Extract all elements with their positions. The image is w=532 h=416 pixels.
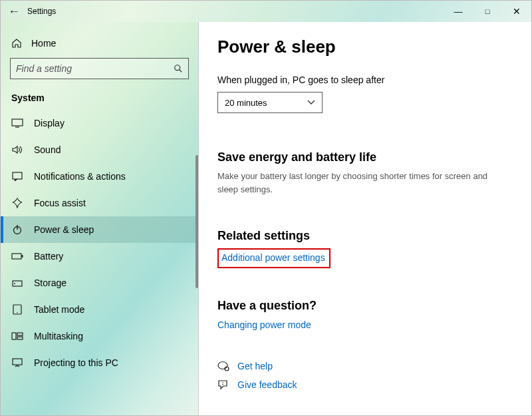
- nav-list: Display Sound Notifications & actions Fo…: [1, 110, 198, 415]
- svg-point-10: [14, 283, 15, 284]
- sidebar: Home System Display Sound: [1, 22, 199, 415]
- nav-multitasking[interactable]: Multitasking: [1, 323, 198, 349]
- svg-rect-8: [22, 255, 23, 258]
- svg-point-12: [17, 312, 18, 313]
- multitask-icon: [11, 332, 23, 340]
- svg-point-0: [175, 65, 180, 71]
- nav-sound[interactable]: Sound: [1, 136, 198, 163]
- related-heading: Related settings: [217, 229, 515, 243]
- nav-label: Storage: [34, 278, 66, 288]
- nav-label: Battery: [34, 251, 63, 262]
- save-energy-desc: Make your battery last longer by choosin…: [217, 170, 503, 196]
- feedback-icon: [217, 379, 229, 390]
- main-content: Power & sleep When plugged in, PC goes t…: [199, 22, 531, 415]
- section-system: System: [1, 87, 198, 110]
- notifications-icon: [11, 172, 23, 181]
- nav-focus-assist[interactable]: Focus assist: [1, 190, 198, 216]
- maximize-button[interactable]: □: [473, 1, 502, 22]
- storage-icon: [11, 278, 23, 288]
- get-help-row: Get help: [217, 357, 515, 375]
- display-icon: [11, 118, 23, 128]
- nav-label: Projecting to this PC: [34, 357, 118, 368]
- save-energy-heading: Save energy and battery life: [217, 150, 515, 164]
- battery-icon: [11, 252, 23, 260]
- svg-line-1: [180, 70, 182, 73]
- svg-rect-16: [13, 359, 22, 365]
- changing-power-mode-link[interactable]: Changing power mode: [217, 319, 515, 330]
- nav-notifications[interactable]: Notifications & actions: [1, 163, 198, 190]
- chevron-down-icon: [307, 100, 315, 105]
- nav-label: Display: [34, 118, 65, 128]
- home-label: Home: [31, 38, 56, 49]
- nav-power-sleep[interactable]: Power & sleep: [1, 216, 198, 243]
- page-title: Power & sleep: [217, 37, 515, 57]
- svg-rect-15: [17, 337, 23, 339]
- home-nav[interactable]: Home: [10, 34, 189, 58]
- search-input[interactable]: [16, 63, 174, 74]
- nav-label: Tablet mode: [34, 304, 84, 315]
- nav-label: Notifications & actions: [34, 171, 126, 182]
- sidebar-scrollbar[interactable]: [196, 155, 198, 288]
- power-icon: [11, 224, 23, 235]
- sleep-timeout-select[interactable]: 20 minutes: [217, 92, 323, 113]
- close-button[interactable]: ✕: [502, 1, 531, 22]
- nav-projecting[interactable]: Projecting to this PC: [1, 349, 198, 376]
- search-icon: [174, 64, 183, 73]
- additional-power-link[interactable]: Additional power settings: [221, 252, 325, 263]
- select-value: 20 minutes: [225, 98, 267, 108]
- svg-point-17: [218, 362, 227, 369]
- question-heading: Have a question?: [217, 299, 515, 313]
- nav-battery[interactable]: Battery: [1, 243, 198, 270]
- related-settings: Related settings Additional power settin…: [217, 229, 515, 299]
- nav-display[interactable]: Display: [1, 110, 198, 136]
- nav-label: Power & sleep: [34, 224, 94, 235]
- titlebar: ← Settings — □ ✕: [1, 1, 531, 22]
- highlight-box: Additional power settings: [217, 248, 331, 268]
- plugged-in-label: When plugged in, PC goes to sleep after: [217, 75, 515, 85]
- svg-point-19: [222, 382, 223, 383]
- svg-rect-13: [12, 333, 16, 339]
- settings-window: ← Settings — □ ✕ Home: [0, 0, 532, 416]
- nav-label: Sound: [34, 144, 61, 155]
- svg-rect-2: [12, 119, 23, 126]
- svg-rect-7: [12, 254, 21, 259]
- minimize-button[interactable]: —: [444, 1, 473, 22]
- search-box[interactable]: [10, 58, 189, 79]
- sound-icon: [11, 145, 23, 154]
- tablet-icon: [11, 304, 23, 315]
- nav-tablet-mode[interactable]: Tablet mode: [1, 296, 198, 323]
- nav-label: Multitasking: [34, 331, 83, 341]
- give-feedback-row: Give feedback: [217, 375, 515, 394]
- nav-label: Focus assist: [34, 198, 86, 208]
- svg-rect-14: [17, 333, 23, 335]
- get-help-icon: [217, 361, 229, 371]
- question-section: Have a question? Changing power mode: [217, 299, 515, 330]
- projecting-icon: [11, 358, 23, 367]
- body: Home System Display Sound: [1, 22, 531, 415]
- get-help-link[interactable]: Get help: [237, 361, 273, 371]
- window-title: Settings: [27, 7, 56, 16]
- svg-rect-4: [13, 172, 22, 179]
- focus-icon: [11, 198, 23, 208]
- give-feedback-link[interactable]: Give feedback: [237, 379, 297, 390]
- home-icon: [11, 38, 22, 49]
- back-button[interactable]: ←: [1, 5, 27, 19]
- window-controls: — □ ✕: [444, 1, 531, 22]
- nav-storage[interactable]: Storage: [1, 270, 198, 296]
